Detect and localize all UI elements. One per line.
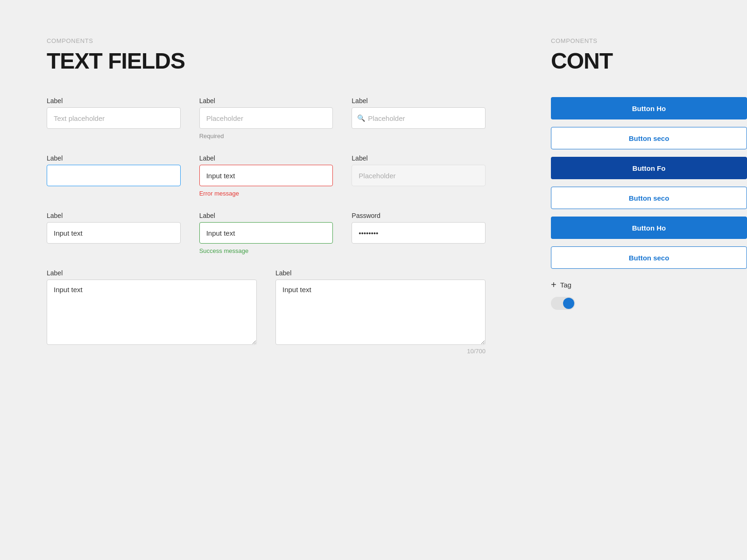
fields-row-2: Label Label Error message Label	[47, 154, 486, 197]
label-success: Label	[199, 212, 333, 219]
label-textarea-small: Label	[47, 269, 257, 277]
field-group-default: Label	[47, 97, 181, 140]
right-section-title: CONT	[551, 48, 747, 74]
input-search[interactable]	[352, 107, 486, 129]
button-1[interactable]: Button Ho	[551, 97, 747, 119]
field-group-required: Label Required	[199, 97, 333, 140]
input-error[interactable]	[199, 165, 333, 186]
search-input-wrapper: 🔍	[352, 107, 486, 129]
right-panel: COMPONENTS CONT Button Ho Button seco Bu…	[532, 0, 747, 560]
tag-add[interactable]: + Tag	[551, 280, 747, 289]
label-disabled: Label	[352, 154, 486, 162]
input-focused[interactable]	[47, 165, 181, 186]
helper-error: Error message	[199, 190, 333, 197]
label-default: Label	[47, 97, 181, 105]
button-5[interactable]: Button Ho	[551, 217, 747, 239]
field-group-error: Label Error message	[199, 154, 333, 197]
textarea-small[interactable]: Input text	[47, 280, 257, 345]
left-panel: COMPONENTS TEXT FIELDS Label Label Requi…	[0, 0, 532, 560]
textarea-group-small: Label Input text	[47, 269, 257, 355]
textarea-char-count: 10/700	[275, 348, 486, 355]
button-4[interactable]: Button seco	[551, 187, 747, 209]
label-password: Password	[352, 212, 486, 219]
input-disabled	[352, 165, 486, 186]
section-title: TEXT FIELDS	[47, 48, 486, 74]
input-password[interactable]	[352, 222, 486, 244]
input-normal[interactable]	[47, 222, 181, 244]
label-normal: Label	[47, 212, 181, 219]
textarea-group-large: Label Input text 10/700	[275, 269, 486, 355]
input-required[interactable]	[199, 107, 333, 129]
button-2[interactable]: Button seco	[551, 127, 747, 149]
helper-required: Required	[199, 133, 333, 140]
button-3[interactable]: Button Fo	[551, 157, 747, 179]
field-group-focused: Label	[47, 154, 181, 197]
fields-row-1: Label Label Required Label 🔍	[47, 97, 486, 140]
section-category: COMPONENTS	[47, 37, 486, 44]
field-group-search: Label 🔍	[352, 97, 486, 140]
toggle-row	[551, 297, 747, 310]
helper-success: Success message	[199, 247, 333, 254]
textarea-large[interactable]: Input text	[275, 280, 486, 345]
right-section-category: COMPONENTS	[551, 37, 747, 44]
toggle-thumb	[563, 298, 574, 309]
field-group-password: Password	[352, 212, 486, 254]
field-group-success: Label Success message	[199, 212, 333, 254]
input-success[interactable]	[199, 222, 333, 244]
label-textarea-large: Label	[275, 269, 486, 277]
buttons-list: Button Ho Button seco Button Fo Button s…	[551, 97, 747, 269]
tag-label: Tag	[560, 281, 571, 289]
field-group-disabled: Label	[352, 154, 486, 197]
label-search: Label	[352, 97, 486, 105]
label-focused: Label	[47, 154, 181, 162]
fields-row-3: Label Label Success message Password	[47, 212, 486, 254]
toggle-switch[interactable]	[551, 297, 575, 310]
label-error: Label	[199, 154, 333, 162]
fields-row-textarea: Label Input text Label Input text 10/700	[47, 269, 486, 355]
button-6[interactable]: Button seco	[551, 246, 747, 269]
tag-plus-icon: +	[551, 280, 557, 289]
label-required: Label	[199, 97, 333, 105]
input-default[interactable]	[47, 107, 181, 129]
field-group-normal: Label	[47, 212, 181, 254]
